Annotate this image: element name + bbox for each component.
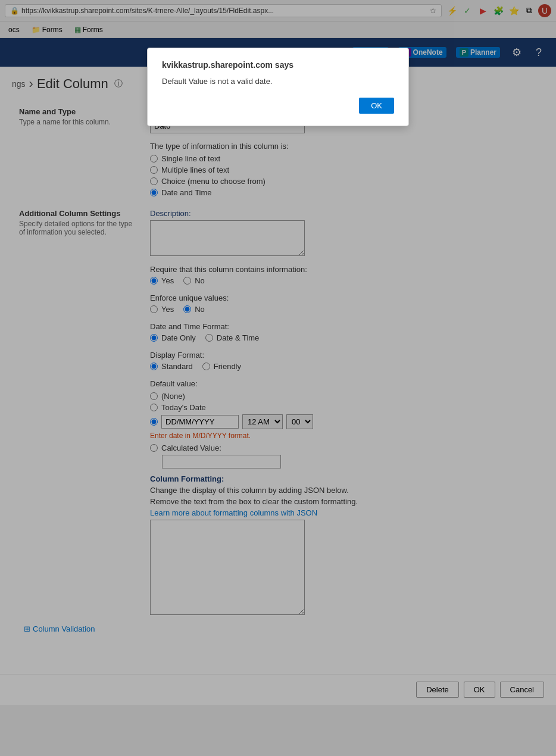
modal-message: Default Value is not a valid date. [162, 77, 394, 86]
modal-overlay: kvikkastrup.sharepoint.com says Default … [0, 0, 556, 705]
modal-dialog: kvikkastrup.sharepoint.com says Default … [147, 48, 409, 126]
modal-buttons: OK [162, 98, 394, 114]
modal-ok-button[interactable]: OK [359, 98, 394, 114]
modal-title: kvikkastrup.sharepoint.com says [162, 60, 394, 70]
